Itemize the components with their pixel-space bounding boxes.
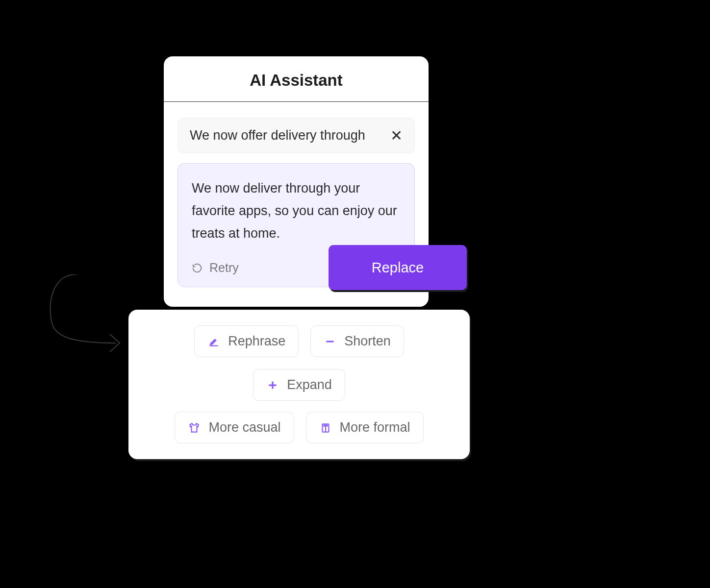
more-casual-button[interactable]: More casual [175,412,294,443]
shirt-icon [319,421,332,434]
tshirt-icon [188,421,201,434]
rephrase-label: Rephrase [228,334,285,349]
minus-icon [324,335,336,348]
panel-header: AI Assistant [164,56,429,102]
replace-button[interactable]: Replace [329,245,467,290]
actions-panel: Rephrase Shorten Expand [128,310,470,459]
shorten-button[interactable]: Shorten [310,325,404,357]
more-formal-button[interactable]: More formal [306,412,424,443]
expand-button[interactable]: Expand [253,369,345,401]
action-row-1: Rephrase Shorten Expand [146,325,452,401]
panel-title: AI Assistant [164,71,429,90]
plus-icon [266,379,279,392]
action-row-2: More casual More formal [146,412,452,443]
input-chip-text: We now offer delivery through [190,128,365,143]
close-icon[interactable]: ✕ [390,128,403,143]
rephrase-button[interactable]: Rephrase [194,325,299,357]
retry-icon [192,262,203,273]
expand-label: Expand [287,377,332,392]
suggestion-text: We now deliver through your favorite app… [192,177,401,245]
retry-button[interactable]: Retry [192,261,239,275]
input-chip: We now offer delivery through ✕ [178,118,415,153]
more-casual-label: More casual [208,420,280,435]
arrow-decorative [47,274,126,363]
more-formal-label: More formal [340,420,410,435]
shorten-label: Shorten [344,334,391,349]
rephrase-icon [207,335,220,348]
retry-label: Retry [209,261,239,275]
